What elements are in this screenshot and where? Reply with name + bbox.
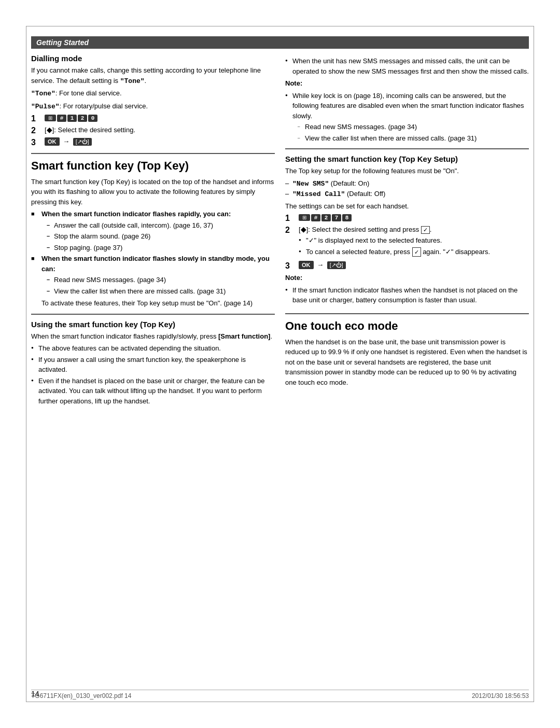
key-0: 0 — [88, 115, 97, 122]
setting-dash-list: "New SMS" (Default: On) "Missed Call" (D… — [285, 178, 529, 200]
ok-button-2: OK — [299, 261, 314, 269]
setting-step2-bullets: "✓" is displayed next to the selected fe… — [299, 235, 529, 257]
rapid-flash-item: When the smart function indicator flashe… — [31, 209, 275, 253]
setting-intro: The Top key setup for the following feat… — [285, 166, 529, 176]
footer-left: TG6711FX(en)_0130_ver002.pdf 14 — [31, 692, 131, 699]
using-smart-key-bullets: The above features can be activated depe… — [31, 343, 275, 406]
sms-note-label: Note: — [285, 78, 529, 89]
slow-flash-note: To activate these features, their Top ke… — [41, 298, 275, 309]
pulse-desc: "Pulse": For rotary/pulse dial service. — [31, 101, 275, 112]
key-8: 8 — [342, 214, 352, 221]
hash-key-2: # — [311, 214, 320, 221]
setting-bullet-1: "✓" is displayed next to the selected fe… — [299, 235, 529, 246]
end-symbol: [↗⏻] — [73, 138, 92, 146]
border-top — [26, 26, 534, 26]
setting-dash-2: "Missed Call" (Default: Off) — [285, 189, 529, 200]
setting-dash-1: "New SMS" (Default: On) — [285, 178, 529, 189]
smart-key-section: Smart function key (Top Key) The smart f… — [31, 159, 275, 309]
content-area: Getting Started Dialling mode If you can… — [31, 36, 529, 687]
setting-bullet-2: To cancel a selected feature, press ✓ ag… — [299, 247, 529, 257]
left-column: Dialling mode If you cannot make calls, … — [31, 54, 275, 687]
dialling-mode-section: Dialling mode If you cannot make calls, … — [31, 54, 275, 148]
step1-keys: ⊞ # 1 2 0 — [45, 115, 97, 122]
setting-note-bullet-1: If the smart function indicator flashes … — [285, 285, 529, 305]
getting-started-header: Getting Started — [31, 36, 529, 49]
sms-bullet-list: When the unit has new SMS messages and m… — [285, 56, 529, 76]
key-7: 7 — [332, 214, 341, 221]
menu-key-2: ⊞ — [299, 214, 310, 221]
two-columns: Dialling mode If you cannot make calls, … — [31, 54, 529, 687]
arrow-symbol-2: → — [317, 261, 324, 269]
using-smart-key-section: Using the smart function key (Top Key) W… — [31, 320, 275, 407]
using-smart-key-title: Using the smart function key (Top Key) — [31, 320, 275, 329]
setting-step2-text: [◆]: Select the desired setting and pres… — [299, 226, 431, 233]
using-smart-key-intro: When the smart function indicator flashe… — [31, 331, 275, 342]
sms-note-bullet-1: While key lock is on (page 18), incoming… — [285, 91, 529, 144]
rapid-dash-3: Stop paging. (page 37) — [47, 243, 275, 253]
using-bullet-1: The above features can be activated depe… — [31, 343, 275, 354]
end-symbol-2: [↗⏻] — [327, 261, 346, 269]
smart-key-intro: The smart function key (Top Key) is loca… — [31, 177, 275, 207]
rapid-dash-2: Stop the alarm sound. (page 26) — [47, 231, 275, 242]
eco-mode-intro: When the handset is on the base unit, th… — [285, 337, 529, 388]
dialling-mode-intro: If you cannot make calls, change this se… — [31, 65, 275, 86]
tone-desc: "Tone": For tone dial service. — [31, 88, 275, 99]
dialling-step2: 2 [◆]: Select the desired setting. — [31, 125, 275, 135]
hash-key: # — [57, 115, 66, 122]
setting-smart-key-section: Setting the smart function key (Top Key … — [285, 155, 529, 305]
setting-step1: 1 ⊞ # 2 7 8 — [285, 213, 529, 223]
setting-smart-key-title: Setting the smart function key (Top Key … — [285, 155, 529, 163]
rapid-dash-1: Answer the call (outside call, intercom)… — [47, 220, 275, 231]
dialling-step1: 1 ⊞ # 1 2 0 — [31, 114, 275, 123]
key-1: 1 — [67, 115, 77, 122]
slow-flash-item: When the smart function indicator flashe… — [31, 254, 275, 296]
border-left — [26, 26, 26, 702]
border-right — [534, 26, 534, 702]
sms-note-section: When the unit has new SMS messages and m… — [285, 56, 529, 143]
slow-dash-1: Read new SMS messages. (page 34) — [47, 275, 275, 285]
eco-mode-section: One touch eco mode When the handset is o… — [285, 319, 529, 388]
separator-right-1 — [285, 148, 529, 149]
smart-key-title: Smart function key (Top Key) — [31, 159, 275, 173]
menu-key: ⊞ — [45, 115, 56, 121]
sms-note-bullets: While key lock is on (page 18), incoming… — [285, 91, 529, 144]
slow-dash-2: View the caller list when there are miss… — [47, 286, 275, 297]
header-title: Getting Started — [36, 38, 89, 47]
key-2: 2 — [78, 115, 87, 122]
setting-note-label: Note: — [285, 273, 529, 283]
using-bullet-2: If you answer a call using the smart fun… — [31, 355, 275, 375]
step2-text: [◆]: Select the desired setting. — [45, 126, 135, 134]
using-bullet-3: Even if the handset is placed on the bas… — [31, 376, 275, 407]
settings-note: The settings can be set for each handset… — [285, 201, 529, 212]
setting-step2: 2 [◆]: Select the desired setting and pr… — [285, 225, 529, 259]
sms-dash-1: Read new SMS messages. (page 34) — [298, 122, 529, 132]
footer-right: 2012/01/30 18:56:53 — [472, 692, 529, 699]
sms-dash-2: View the caller list when there are miss… — [298, 133, 529, 144]
setting-step1-keys: ⊞ # 2 7 8 — [299, 214, 352, 221]
eco-mode-title: One touch eco mode — [285, 319, 529, 333]
dialling-step3: 3 OK → [↗⏻] — [31, 137, 275, 147]
page-footer: TG6711FX(en)_0130_ver002.pdf 14 2012/01/… — [31, 690, 529, 699]
page-wrapper: 14 TG6711FX(en)_0130_ver002.pdf 14 2012/… — [0, 0, 560, 728]
setting-note-bullets: If the smart function indicator flashes … — [285, 285, 529, 305]
ok-button: OK — [45, 137, 60, 146]
key-2: 2 — [321, 214, 331, 221]
separator-right-2 — [285, 313, 529, 314]
right-column: When the unit has new SMS messages and m… — [285, 54, 529, 687]
rapid-flash-list: When the smart function indicator flashe… — [31, 209, 275, 296]
setting-step3: 3 OK → [↗⏻] — [285, 261, 529, 271]
sms-bullet-1: When the unit has new SMS messages and m… — [285, 56, 529, 76]
dialling-mode-title: Dialling mode — [31, 54, 275, 63]
separator-1 — [31, 153, 275, 154]
border-bottom — [26, 702, 534, 702]
arrow-symbol: → — [63, 137, 69, 145]
separator-2 — [31, 314, 275, 315]
